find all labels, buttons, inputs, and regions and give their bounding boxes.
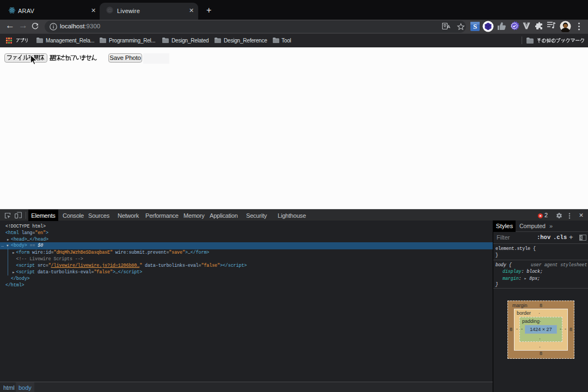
- svg-text:S: S: [473, 22, 477, 30]
